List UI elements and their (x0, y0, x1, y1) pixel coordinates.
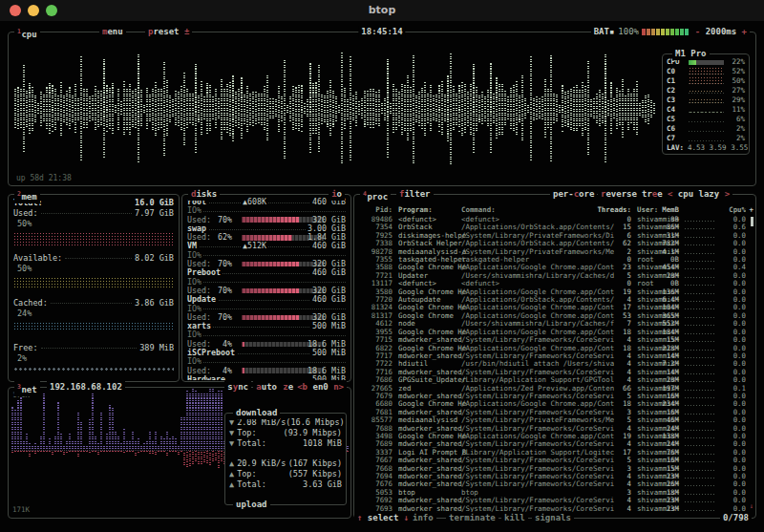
process-row[interactable]: 7717mdworker_shared/System/Library/Frame… (354, 352, 755, 360)
iface-prev-button[interactable]: <b (297, 382, 308, 392)
process-row[interactable]: 85577mediaanalysisd/System/Library/Priva… (354, 416, 755, 424)
process-row[interactable]: 7689mdworker_shared/System/Library/Frame… (354, 440, 755, 448)
process-row[interactable]: 6680Google Chrome He/Applications/Google… (354, 400, 755, 408)
mem-box: 2mem Total:16.0 GiB Used:7.97 GiB50%Avai… (8, 194, 180, 382)
signals-action[interactable]: signals (532, 512, 574, 524)
net-scale-bottom: 171K (12, 505, 30, 514)
process-row[interactable]: 7715mdworker_shared/System/Library/Frame… (354, 336, 755, 344)
upload-label: upload (233, 499, 270, 511)
iface-next-button[interactable]: n> (333, 382, 344, 392)
clock: 18:45:14 (358, 26, 405, 38)
core-row: C150% (663, 76, 749, 86)
core-row: C72% (663, 134, 749, 143)
core-row: C052% (663, 67, 749, 76)
preset-button[interactable]: preset ± (145, 26, 192, 38)
proc-column-header: Pid: Program: Command: Threads: User: Me… (354, 205, 755, 215)
mem-stat-graph (13, 322, 174, 343)
sort-selector[interactable]: < cpu lazy > (665, 188, 732, 201)
io-toggle[interactable]: io (329, 188, 345, 201)
disks-box: disks io root▲608K460 GiBIO%Used:70%320 … (181, 194, 351, 382)
process-row[interactable]: 98278mediaanalysisd-a/System/Library/Pri… (354, 248, 755, 256)
mem-stat-row: Used:7.97 GiB (13, 208, 174, 219)
core-row: C411% (663, 105, 749, 115)
process-row[interactable]: 5053btopbtop3shivammis+18M0.0 (354, 489, 755, 497)
process-row[interactable]: 7338OrbStack Helper/Applications/OrbStac… (354, 240, 755, 247)
col-threads: Threads: (595, 205, 631, 215)
kill-action[interactable]: kill (501, 512, 528, 524)
process-row[interactable]: 7692mdworker_shared/System/Library/Frame… (354, 497, 755, 504)
reverse-toggle[interactable]: reverse (598, 188, 640, 201)
core-row: C329% (663, 96, 749, 105)
process-row[interactable]: 6822Google Chrome He/Applications/Google… (354, 345, 755, 352)
battery-indicator: BAT▪100% (591, 26, 692, 38)
process-row[interactable]: 7679mdworker_shared/System/Library/Frame… (354, 393, 755, 400)
process-row[interactable]: 3588Google Chrome He/Applications/Google… (354, 264, 755, 271)
process-row[interactable]: 13117<defunct><defunct>0root0B0.0 (354, 280, 755, 287)
net-info-row: ▲20.9 KiB/s(167 Kibps) (229, 458, 342, 469)
process-row[interactable]: 7681mdworker_shared/System/Library/Frame… (354, 409, 755, 416)
tree-toggle[interactable]: tree (639, 188, 666, 201)
process-row[interactable]: 3955Google Chrome He/Applications/Google… (354, 329, 755, 336)
sort-prev-button[interactable]: < (668, 189, 672, 199)
window-title: btop (0, 4, 764, 16)
core-row: C56% (663, 115, 749, 124)
net-interface-switch[interactable]: <b en0 n> (294, 381, 347, 394)
process-row[interactable]: 4612node/Users/shivammishra/Library/Cach… (354, 320, 755, 328)
col-cpu: Cpu% (719, 205, 746, 215)
net-info-row: ▲Top:(557 Kibps) (229, 469, 342, 479)
uptime-label: up 58d 21:38 (16, 174, 72, 182)
net-box-label: 3net (14, 381, 40, 396)
process-row[interactable]: 7668mdworker_shared/System/Library/Frame… (354, 465, 755, 473)
process-row[interactable]: 7925diskimages-helpe/System/Library/Priv… (354, 232, 755, 240)
core-row: C227% (663, 86, 749, 96)
select-action[interactable]: ↑ select ↓ (354, 512, 412, 524)
process-row[interactable]: 81317Google Chrome/Applications/Google C… (354, 312, 755, 320)
filter-button[interactable]: filter (396, 188, 434, 201)
refresh-rate: - 2000ms + (692, 26, 750, 38)
process-row[interactable]: 7688mdworker_shared/System/Library/Frame… (354, 425, 755, 433)
disk-row: Hardware500 MiB (187, 375, 346, 380)
process-row[interactable]: 89486<defunct><defunct>0shivammis+0B0.0 (354, 216, 755, 223)
process-row[interactable]: 3337Logi AI Prompt B/Library/Application… (354, 449, 755, 457)
process-row[interactable]: 7721Updater/Users/shivammishra/Library/C… (354, 272, 755, 280)
cpu-box: 1cpu menu preset ± 18:45:14 BAT▪100% - 2… (8, 32, 756, 186)
col-pid: Pid: (356, 205, 393, 215)
col-command: Command: (461, 205, 614, 215)
process-row[interactable]: 81324Google Chrome He/Applications/Googl… (354, 304, 755, 311)
process-row[interactable]: 27665zed/Applications/Zed Preview.app/Co… (354, 385, 755, 393)
rate-decrease-button[interactable]: - (695, 27, 700, 36)
download-label: download (233, 407, 280, 419)
process-row[interactable]: 7355taskgated-helpertaskgated-helper0roo… (354, 256, 755, 264)
preset-cycle-icon[interactable]: ± (184, 27, 189, 36)
rate-increase-button[interactable]: + (742, 27, 747, 36)
per-core-toggle[interactable]: per-core (550, 188, 597, 201)
disk-row: VM▲512K460 GiB (187, 242, 346, 250)
disk-row: iSCPreboot500 MiB (187, 349, 346, 357)
disk-row: Update460 GiB (187, 295, 346, 304)
net-info-panel: download upload ▼2.08 MiB/s(16.6 Mibps)▼… (224, 413, 347, 505)
process-row[interactable]: 7720Autoupdate/Applications/OrbStack.app… (354, 296, 755, 304)
process-row[interactable]: 7722hdiutil/usr/bin/hdiutil attach /User… (354, 360, 755, 368)
process-row[interactable]: 7667mdworker_shared/System/Library/Frame… (354, 457, 755, 464)
menu-button[interactable]: menu (99, 26, 126, 38)
net-sync-toggle[interactable]: sync (224, 381, 251, 394)
cpu-model-label: M1 Pro (672, 48, 710, 60)
process-row[interactable]: 3580Google Chrome He/Applications/Google… (354, 288, 755, 296)
mem-stat-row: Cached:3.86 GiB (13, 298, 174, 309)
process-row[interactable]: 7676mdworker_shared/System/Library/Frame… (354, 480, 755, 488)
process-row[interactable]: 7354OrbStack/Applications/OrbStack.app/C… (354, 223, 755, 231)
process-row[interactable]: 3498Google Chrome He/Applications/Google… (354, 433, 755, 440)
net-auto-toggle[interactable]: auto (253, 381, 280, 394)
mem-stats: Total:16.0 GiB Used:7.97 GiB50%Available… (13, 198, 174, 380)
process-row[interactable]: 7694mdworker_shared/System/Library/Frame… (354, 473, 755, 480)
selection-count: 0/798 (720, 512, 752, 524)
sort-next-button[interactable]: > (725, 189, 730, 199)
info-action[interactable]: info (410, 512, 436, 524)
btop-window: btop 1cpu menu preset ± 18:45:14 BAT▪100… (0, 0, 764, 532)
cpu-box-label: 1cpu (14, 26, 40, 41)
terminate-action[interactable]: terminate (446, 512, 499, 524)
process-row[interactable]: 7686GPGSuite_Updater/Library/Application… (354, 376, 755, 384)
battery-icon: BAT▪ (594, 27, 615, 36)
process-row[interactable]: 7716mdworker_shared/System/Library/Frame… (354, 369, 755, 376)
scrollbar[interactable] (751, 217, 753, 226)
